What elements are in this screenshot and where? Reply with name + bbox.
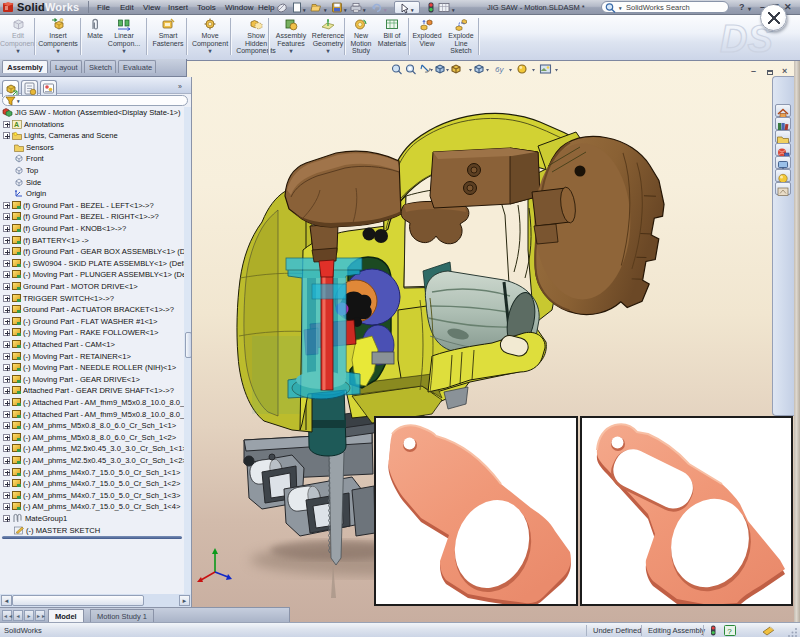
- svg-text:A: A: [14, 121, 19, 128]
- svg-text:?: ?: [727, 627, 732, 636]
